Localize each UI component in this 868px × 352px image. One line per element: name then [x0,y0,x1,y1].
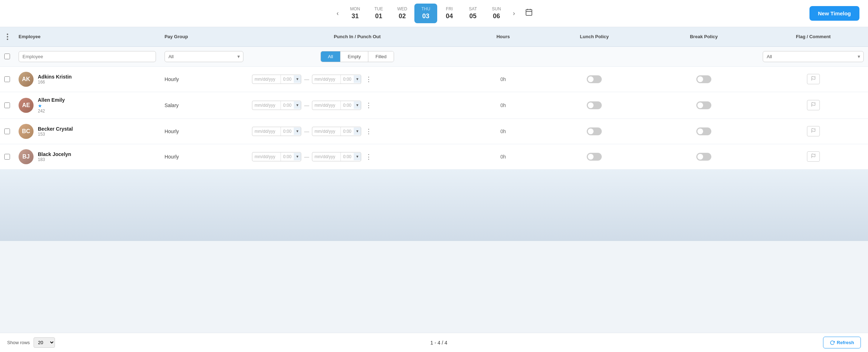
punch-in-input[interactable]: mm/dd/yyy 0:00 ▼ [252,75,301,84]
row-checkbox-cell [0,100,14,111]
punch-out-time: 0:00 [341,101,354,110]
break-toggle-slider [696,101,711,109]
row-more-button[interactable]: ⋮ [363,127,374,136]
lunch-toggle[interactable] [587,127,602,135]
punch-out-expand-icon[interactable]: ▼ [354,75,361,83]
calendar-button[interactable] [523,6,535,20]
punch-in-time: 0:00 [281,75,294,84]
employee-id: 166 [38,80,72,85]
punch-in-expand-icon[interactable]: ▼ [294,101,301,109]
rows-container: AK Adkins Kristin 166 Hourly mm/dd/yyy 0… [0,67,868,170]
col-flag: Flag / Comment [758,32,868,41]
punch-out-expand-icon[interactable]: ▼ [354,101,361,109]
flag-button[interactable] [807,100,820,110]
break-toggle[interactable] [696,101,711,109]
lunch-toggle[interactable] [587,75,602,83]
select-all-checkbox[interactable] [4,54,10,59]
day-btn-sun[interactable]: SUN06 [485,4,508,23]
punch-in-date: mm/dd/yyy [252,127,281,136]
table-row: AK Adkins Kristin 166 Hourly mm/dd/yyy 0… [0,67,868,92]
punch-in-input[interactable]: mm/dd/yyy 0:00 ▼ [252,101,301,110]
hours-cell: 0h [467,74,540,85]
menu-dots-button[interactable] [4,32,11,41]
day-btn-tue[interactable]: TUE01 [367,4,390,23]
break-toggle-slider [696,153,711,161]
pay-group-value: Hourly [165,154,179,160]
flag-button[interactable] [807,74,820,84]
day-btn-wed[interactable]: WED02 [391,4,414,23]
punch-out-expand-icon[interactable]: ▼ [354,153,361,160]
punch-out-time: 0:00 [341,75,354,84]
punch-in-time: 0:00 [281,127,294,136]
break-toggle[interactable] [696,127,711,135]
row-more-button[interactable]: ⋮ [363,101,374,110]
punch-in-time: 0:00 [281,101,294,110]
punch-in-expand-icon[interactable]: ▼ [294,153,301,160]
flag-cell [758,123,868,139]
row-checkbox[interactable] [4,76,10,82]
break-policy-cell [649,72,759,86]
punch-out-date: mm/dd/yyy [312,101,341,110]
break-toggle-slider [696,127,711,135]
break-toggle[interactable] [696,153,711,161]
flag-button[interactable] [807,126,820,136]
row-more-button[interactable]: ⋮ [363,75,374,84]
employee-filter-input[interactable] [19,51,156,62]
punch-in-input[interactable]: mm/dd/yyy 0:00 ▼ [252,127,301,136]
day-btn-fri[interactable]: FRI04 [438,4,461,23]
punch-in-input[interactable]: mm/dd/yyy 0:00 ▼ [252,152,301,161]
punch-filter-toggle: All Empty Filled [321,51,394,62]
break-policy-cell [649,125,759,138]
day-btn-sat[interactable]: SAT05 [461,4,484,23]
next-day-button[interactable]: › [509,7,519,19]
employee-cell: AK Adkins Kristin 166 [14,69,160,90]
employee-details: Black Jocelyn 183 [38,151,71,162]
new-timelog-button[interactable]: New Timelog [809,6,859,21]
row-checkbox[interactable] [4,102,10,108]
hours-value: 0h [500,76,506,82]
break-policy-cell [649,150,759,164]
punch-out-input[interactable]: mm/dd/yyy 0:00 ▼ [312,127,361,136]
table-row: BC Becker Crystal 153 Hourly mm/dd/yyy 0… [0,119,868,144]
hours-value: 0h [500,129,506,134]
avatar: BC [19,124,34,139]
col-lunch: Lunch Policy [540,32,649,41]
flag-filter-select[interactable]: All [763,51,864,62]
punch-out-expand-icon[interactable]: ▼ [354,127,361,135]
lunch-toggle[interactable] [587,153,602,161]
paygroup-cell: Hourly [160,151,248,162]
avatar: BJ [19,149,34,164]
toggle-all-button[interactable]: All [321,51,340,62]
punch-in-date: mm/dd/yyy [252,101,281,110]
break-policy-cell [649,99,759,112]
punch-in-time: 0:00 [281,152,294,161]
row-more-button[interactable]: ⋮ [363,152,374,161]
row-checkbox[interactable] [4,154,10,160]
lunch-policy-cell [540,125,649,138]
row-checkbox[interactable] [4,129,10,134]
punch-out-input[interactable]: mm/dd/yyy 0:00 ▼ [312,75,361,84]
prev-day-button[interactable]: ‹ [333,7,342,19]
hours-cell: 0h [467,100,540,111]
lunch-policy-cell [540,99,649,112]
day-btn-mon[interactable]: MON31 [344,4,367,23]
filter-row: All Hourly Salary All Empty Filled All [0,47,868,67]
row-checkbox-cell [0,74,14,85]
toggle-filled-button[interactable]: Filled [368,51,394,62]
employee-cell: BC Becker Crystal 153 [14,121,160,142]
flag-button[interactable] [807,151,820,162]
paygroup-filter-select[interactable]: All Hourly Salary [165,51,243,62]
employee-details: Allen Emily ★ 242 [38,97,65,114]
punch-in-expand-icon[interactable]: ▼ [294,127,301,135]
day-btn-thu[interactable]: THU03 [414,4,437,23]
top-bar: ‹ MON31TUE01WED02THU03FRI04SAT05SUN06 › … [0,0,868,27]
punch-out-input[interactable]: mm/dd/yyy 0:00 ▼ [312,101,361,110]
punch-in-expand-icon[interactable]: ▼ [294,75,301,83]
break-toggle[interactable] [696,75,711,83]
toggle-empty-button[interactable]: Empty [340,51,368,62]
employee-cell: AE Allen Emily ★ 242 [14,94,160,116]
punch-out-input[interactable]: mm/dd/yyy 0:00 ▼ [312,152,361,161]
lunch-policy-cell [540,150,649,164]
employee-name: Allen Emily [38,97,65,103]
lunch-toggle[interactable] [587,101,602,109]
